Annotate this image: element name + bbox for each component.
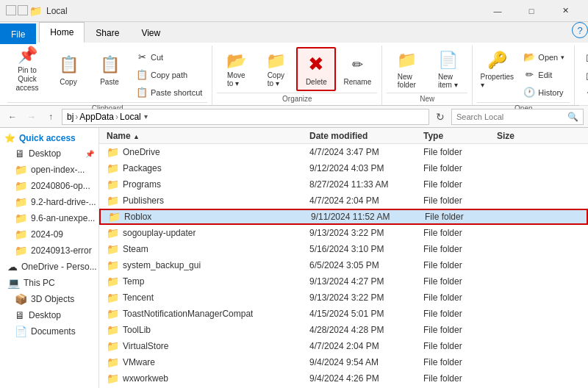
folder-icon-backup: 📁: [107, 259, 119, 271]
open-icon: 📂: [523, 51, 535, 62]
file-row-virtualstore[interactable]: 📁 VirtualStore 4/7/2024 2:04 PM File fol…: [99, 338, 588, 354]
open-label: Open: [538, 53, 558, 62]
select-none-button[interactable]: ☐ Select none: [579, 68, 588, 85]
file-row-vmware[interactable]: 📁 VMware 9/4/2024 9:54 AM File folder: [99, 354, 588, 370]
file-row-steam[interactable]: 📁 Steam 5/16/2024 3:10 PM File folder: [99, 241, 588, 257]
tab-file[interactable]: File: [0, 24, 36, 44]
history-icon: 🕐: [523, 87, 535, 98]
close-button[interactable]: ✕: [548, 0, 582, 22]
paste-button[interactable]: 📋 Paste: [90, 47, 129, 91]
new-item-button[interactable]: 📄 Newitem ▾: [428, 47, 467, 91]
new-item-label: Newitem ▾: [438, 73, 458, 89]
path-sep1: ›: [75, 112, 78, 122]
rename-button[interactable]: ✏ Rename: [337, 47, 377, 91]
move-to-button[interactable]: 📂 Moveto ▾: [217, 47, 255, 91]
file-name-text-toast: ToastNotificationManagerCompat: [123, 309, 253, 319]
select-all-button[interactable]: ☑ Select all: [579, 50, 588, 67]
file-name-text-backup: system_backup_gui: [123, 260, 201, 270]
file-row-sogouplay[interactable]: 📁 sogouplay-updater 9/13/2024 3:22 PM Fi…: [99, 225, 588, 241]
paste-label: Paste: [100, 78, 119, 86]
92-label: 9.2-hard-drive-...: [31, 197, 96, 207]
sidebar-item-20240806[interactable]: 📁 20240806-op...: [0, 178, 98, 194]
copy-path-button[interactable]: 📋 Copy path: [131, 66, 207, 83]
sidebar-item-onedrive[interactable]: ☁ OneDrive - Perso...: [0, 259, 98, 275]
pin-to-quick-access-button[interactable]: 📌 Pin to Quickaccess: [7, 47, 47, 91]
maximize-button[interactable]: □: [514, 0, 548, 22]
history-button[interactable]: 🕐 History: [518, 84, 570, 101]
file-name-roblox: 📁 Roblox: [105, 211, 311, 223]
file-row-backup[interactable]: 📁 system_backup_gui 6/5/2024 3:05 PM Fil…: [99, 257, 588, 273]
file-name-temp: 📁 Temp: [104, 276, 309, 287]
file-row-wxworkweb[interactable]: 📁 wxworkweb 9/4/2024 4:26 PM File folder: [99, 370, 588, 387]
up-button[interactable]: ↑: [43, 109, 59, 125]
file-name-sogouplay: 📁 sogouplay-updater: [104, 227, 309, 239]
edit-button[interactable]: ✏ Edit: [518, 66, 570, 83]
copy-to-button[interactable]: 📁 Copyto ▾: [257, 47, 295, 91]
search-input[interactable]: [456, 112, 567, 121]
file-type-sogouplay: File folder: [423, 228, 497, 238]
sidebar-item-2024-09[interactable]: 📁 2024-09: [0, 226, 98, 242]
open-button[interactable]: 📂 Open ▾: [518, 48, 570, 65]
sidebar-item-this-pc[interactable]: 💻 This PC: [0, 275, 98, 291]
quick-access-icon: ⭐: [4, 133, 15, 143]
20240913-label: 20240913-error: [31, 245, 92, 256]
sidebar-item-3dobjects[interactable]: 📦 3D Objects: [0, 291, 98, 307]
ribbon-group-clipboard: 📌 Pin to Quickaccess 📋 Copy 📋 Paste ✂ Cu…: [3, 46, 212, 105]
copy-button[interactable]: 📋 Copy: [49, 47, 88, 91]
tab-home[interactable]: Home: [39, 22, 85, 43]
file-type-toollib: File folder: [423, 325, 497, 335]
cut-button[interactable]: ✂ Cut: [131, 48, 207, 65]
col-header-size: Size: [497, 131, 541, 141]
2024-09-icon: 📁: [15, 229, 27, 240]
forward-button[interactable]: →: [24, 109, 40, 125]
file-type-publishers: File folder: [423, 195, 497, 206]
sidebar-item-open-index[interactable]: 📁 open-index-...: [0, 162, 98, 178]
tab-share[interactable]: Share: [85, 22, 130, 43]
sidebar-item-documents[interactable]: 📄 Documents: [0, 323, 98, 340]
sidebar-item-desktop2[interactable]: 🖥 Desktop: [0, 307, 98, 323]
tab-view[interactable]: View: [130, 22, 171, 43]
select-buttons: ☑ Select all ☐ Select none ⇅ Invert sele…: [579, 46, 588, 105]
file-row-temp[interactable]: 📁 Temp 9/13/2024 4:27 PM File folder: [99, 273, 588, 290]
paste-shortcut-button[interactable]: 📋 Paste shortcut: [131, 84, 207, 101]
sidebar-item-desktop[interactable]: 🖥 Desktop 📌: [0, 146, 98, 162]
file-row-roblox[interactable]: 📁 Roblox 9/11/2024 11:52 AM File folder: [99, 209, 588, 225]
copy-to-label: Copyto ▾: [268, 71, 284, 87]
quick-access-label: Quick access: [19, 133, 76, 143]
file-row-toollib[interactable]: 📁 ToolLib 4/28/2024 4:28 PM File folder: [99, 322, 588, 338]
ribbon-group-select: ☑ Select all ☐ Select none ⇅ Invert sele…: [575, 46, 588, 105]
properties-button[interactable]: 🔑 Properties▾: [477, 47, 517, 91]
folder-icon-wxworkweb: 📁: [107, 373, 119, 384]
folder-icon-toast: 📁: [107, 308, 119, 320]
file-type-programs: File folder: [423, 179, 497, 190]
file-date-backup: 6/5/2024 3:05 PM: [309, 260, 423, 270]
minimize-button[interactable]: —: [481, 0, 514, 22]
invert-selection-button[interactable]: ⇅ Invert selection: [579, 87, 588, 104]
folder-icon-toollib: 📁: [107, 324, 119, 336]
col-header-date: Date modified: [309, 131, 423, 141]
file-name-text-tencent: Tencent: [123, 292, 154, 303]
back-button[interactable]: ←: [4, 109, 21, 125]
onedrive-icon: ☁: [7, 261, 18, 273]
file-row-programs[interactable]: 📁 Programs 8/27/2024 11:33 AM File folde…: [99, 176, 588, 193]
sidebar-item-96[interactable]: 📁 9.6-an-unexpe...: [0, 210, 98, 226]
ribbon-group-new: 📁 Newfolder 📄 Newitem ▾ New: [382, 46, 473, 105]
file-row-tencent[interactable]: 📁 Tencent 9/13/2024 3:22 PM File folder: [99, 290, 588, 306]
new-buttons: 📁 Newfolder 📄 Newitem ▾: [387, 46, 467, 93]
help-button[interactable]: ?: [572, 22, 588, 38]
sidebar-item-92[interactable]: 📁 9.2-hard-drive-...: [0, 194, 98, 210]
file-name-packages: 📁 Packages: [104, 162, 309, 174]
path-sep2: ›: [115, 112, 118, 122]
refresh-button[interactable]: ↻: [432, 109, 448, 125]
file-row-toast[interactable]: 📁 ToastNotificationManagerCompat 4/15/20…: [99, 306, 588, 322]
ribbon-content: 📌 Pin to Quickaccess 📋 Copy 📋 Paste ✂ Cu…: [0, 43, 588, 106]
file-name-backup: 📁 system_backup_gui: [104, 259, 309, 271]
sidebar-item-20240913[interactable]: 📁 20240913-error: [0, 242, 98, 259]
file-row-packages[interactable]: 📁 Packages 9/12/2024 4:03 PM File folder: [99, 160, 588, 176]
file-row-publishers[interactable]: 📁 Publishers 4/7/2024 2:04 PM File folde…: [99, 193, 588, 209]
address-path[interactable]: bj › AppData › Local ▾: [62, 109, 429, 125]
file-row-onedrive[interactable]: 📁 OneDrive 4/7/2024 3:47 PM File folder: [99, 144, 588, 160]
delete-button[interactable]: ✖ Delete: [296, 47, 336, 91]
sidebar-quick-access-header[interactable]: ⭐ Quick access: [0, 131, 98, 146]
new-folder-button[interactable]: 📁 Newfolder: [387, 47, 426, 91]
